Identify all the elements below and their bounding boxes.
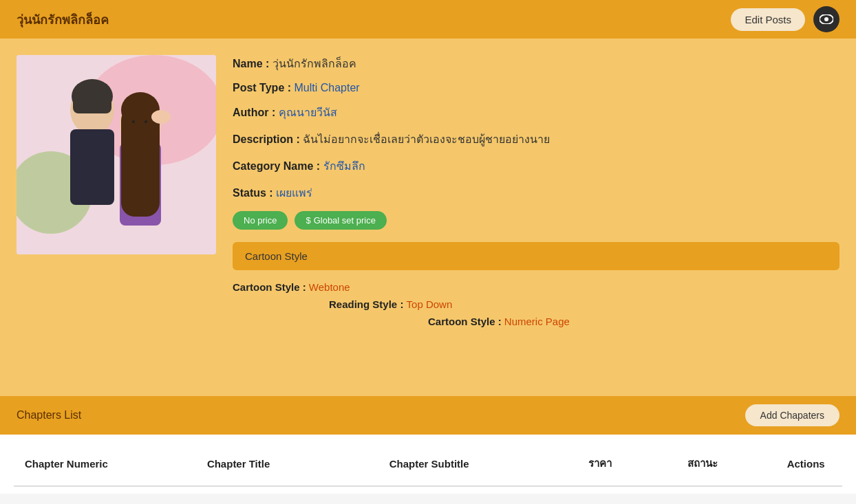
- description-label: Description: [233, 133, 293, 145]
- name-colon: :: [266, 58, 272, 69]
- header: วุ่นนักรักพลิกล็อค Edit Posts: [0, 0, 856, 39]
- svg-point-13: [132, 120, 135, 123]
- main-content: Name : วุ่นนักรักพลิกล็อค Post Type : Mu…: [0, 39, 856, 396]
- col-header-title: Chapter Title: [196, 441, 378, 486]
- col-header-price: ราคา: [577, 441, 676, 486]
- cartoon-style2-label: Cartoon Style: [428, 316, 495, 327]
- svg-point-15: [151, 110, 171, 124]
- category-label: Category Name: [233, 160, 313, 172]
- cartoon-style2-value: Numeric Page: [504, 316, 570, 327]
- author-value: คุณนายวีนัส: [279, 107, 337, 118]
- svg-point-1: [824, 17, 828, 21]
- cover-image: [17, 55, 216, 254]
- reading-style-row: Reading Style : Top Down: [233, 298, 839, 310]
- reading-style-label: Reading Style: [329, 298, 397, 310]
- svg-rect-6: [70, 129, 114, 205]
- author-row: Author : คุณนายวีนัส: [233, 104, 839, 121]
- table-header: Chapter Numeric Chapter Title Chapter Su…: [14, 441, 842, 486]
- global-set-price-button[interactable]: $ Global set price: [295, 211, 387, 230]
- post-type-value: Multi Chapter: [295, 82, 360, 94]
- chapters-table: Chapter Numeric Chapter Title Chapter Su…: [14, 441, 842, 487]
- name-row: Name : วุ่นนักรักพลิกล็อค: [233, 55, 839, 72]
- svg-point-14: [145, 120, 147, 123]
- cartoon-style-label: Cartoon Style: [233, 281, 300, 293]
- status-value: เผยแพร่: [276, 187, 312, 199]
- preview-button[interactable]: [813, 6, 839, 32]
- post-type-row: Post Type : Multi Chapter: [233, 82, 839, 94]
- chapters-bar: Chapters List Add Chapaters: [0, 396, 856, 435]
- no-price-button[interactable]: No price: [233, 211, 288, 230]
- chapters-table-wrapper: Chapter Numeric Chapter Title Chapter Su…: [0, 435, 856, 494]
- name-value: วุ่นนักรักพลิกล็อค: [272, 58, 356, 69]
- description-value: ฉันไม่อยากจะเชื่อเลยว่าตัวเองจะชอบผู้ชาย…: [303, 133, 550, 145]
- reading-style-value: Top Down: [407, 298, 453, 310]
- edit-posts-button[interactable]: Edit Posts: [731, 8, 805, 31]
- header-actions: Edit Posts: [731, 6, 839, 32]
- header-title: วุ่นนักรักพลิกล็อค: [17, 10, 109, 30]
- style-bar-label: Cartoon Style: [245, 250, 308, 262]
- cartoon-style-row: Cartoon Style : Webtone: [233, 281, 839, 293]
- description-row: Description : ฉันไม่อยากจะเชื่อเลยว่าตัว…: [233, 131, 839, 148]
- price-buttons: No price $ Global set price: [233, 211, 839, 230]
- eye-icon: [820, 14, 833, 24]
- name-label: Name: [233, 58, 263, 69]
- dollar-icon: $: [306, 215, 310, 226]
- category-value: รักซึมลึก: [323, 160, 365, 172]
- svg-point-12: [121, 92, 160, 128]
- col-header-subtitle: Chapter Subtitle: [378, 441, 577, 486]
- cartoon-style2-row: Cartoon Style : Numeric Page: [233, 316, 839, 327]
- status-label: Status: [233, 187, 266, 199]
- author-label: Author: [233, 107, 268, 118]
- style-selector-bar[interactable]: Cartoon Style: [233, 242, 839, 270]
- col-header-status: สถานะ: [676, 441, 775, 486]
- col-header-actions: Actions: [776, 441, 842, 486]
- chapters-list-label: Chapters List: [17, 409, 81, 421]
- post-type-label: Post Type: [233, 82, 284, 94]
- add-chapters-button[interactable]: Add Chapaters: [745, 404, 839, 426]
- cartoon-style-value: Webtone: [309, 281, 350, 293]
- status-row: Status : เผยแพร่: [233, 184, 839, 201]
- svg-rect-8: [73, 93, 111, 113]
- col-header-numeric: Chapter Numeric: [14, 441, 196, 486]
- category-row: Category Name : รักซึมลึก: [233, 157, 839, 175]
- details-panel: Name : วุ่นนักรักพลิกล็อค Post Type : Mu…: [233, 55, 839, 380]
